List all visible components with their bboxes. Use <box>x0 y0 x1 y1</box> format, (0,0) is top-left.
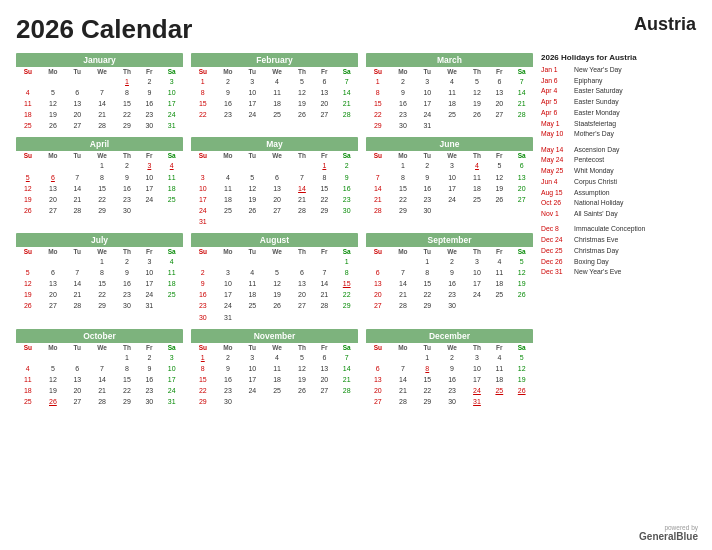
day-cell: 28 <box>510 109 533 120</box>
table-row: 11121314151617 <box>16 374 183 385</box>
day-cell: 16 <box>191 289 215 300</box>
day-cell: 25 <box>438 109 465 120</box>
day-cell <box>438 120 465 131</box>
day-cell: 25 <box>215 205 242 216</box>
day-cell: 21 <box>291 194 314 205</box>
day-cell <box>313 256 335 267</box>
day-cell: 10 <box>138 172 160 183</box>
table-row: 9101112131415 <box>191 278 358 289</box>
day-cell <box>66 352 88 363</box>
day-cell: 6 <box>313 76 335 87</box>
day-cell: 24 <box>160 109 183 120</box>
day-cell: 21 <box>510 98 533 109</box>
day-cell <box>313 312 335 323</box>
month-block-august: AugustSuMoTuWeThFrSa12345678910111213141… <box>191 233 358 323</box>
day-cell: 11 <box>263 363 290 374</box>
day-cell: 8 <box>116 87 139 98</box>
table-row: 1234 <box>16 256 183 267</box>
holiday-date: Oct 26 <box>541 198 571 208</box>
day-cell: 20 <box>40 289 67 300</box>
holiday-date: May 10 <box>541 129 571 139</box>
day-cell: 22 <box>366 109 390 120</box>
table-row: 24252627282930 <box>191 205 358 216</box>
day-cell: 16 <box>116 278 139 289</box>
day-cell: 10 <box>138 267 160 278</box>
day-cell: 12 <box>488 172 510 183</box>
day-cell: 13 <box>510 172 533 183</box>
day-cell: 21 <box>66 194 88 205</box>
day-cell: 18 <box>466 183 489 194</box>
table-row: 19202122232425 <box>16 289 183 300</box>
day-cell: 21 <box>313 289 335 300</box>
holidays-list: Jan 1New Year's DayJan 6EpiphanyApr 4Eas… <box>541 65 696 277</box>
day-cell: 22 <box>191 385 215 396</box>
month-header-july: July <box>16 233 183 247</box>
day-cell: 9 <box>390 87 417 98</box>
day-cell: 11 <box>160 267 183 278</box>
table-row: 45678910 <box>16 363 183 374</box>
holiday-item: Dec 8Immaculate Conception <box>541 224 696 234</box>
day-cell: 17 <box>138 278 160 289</box>
day-cell: 15 <box>366 98 390 109</box>
day-cell: 5 <box>510 256 533 267</box>
day-cell <box>488 300 510 311</box>
holiday-item: Dec 24Christmas Eve <box>541 235 696 245</box>
holidays-title: 2026 Holidays for Austria <box>541 53 696 62</box>
month-header-april: April <box>16 137 183 151</box>
day-cell: 22 <box>191 109 215 120</box>
table-row: 17181920212223 <box>191 194 358 205</box>
day-cell: 6 <box>66 87 88 98</box>
day-cell: 11 <box>263 87 290 98</box>
day-cell: 29 <box>88 300 115 311</box>
day-cell: 5 <box>466 76 489 87</box>
day-cell: 13 <box>313 363 335 374</box>
day-cell: 28 <box>335 109 358 120</box>
day-cell: 7 <box>335 76 358 87</box>
holidays-section: 2026 Holidays for Austria Jan 1New Year'… <box>541 53 696 407</box>
day-cell: 21 <box>335 98 358 109</box>
day-cell: 29 <box>116 120 139 131</box>
day-cell: 20 <box>313 374 335 385</box>
day-cell: 27 <box>66 120 88 131</box>
day-cell: 10 <box>160 363 183 374</box>
day-cell <box>291 216 314 227</box>
day-cell: 9 <box>116 267 139 278</box>
day-cell: 19 <box>466 98 489 109</box>
day-cell: 11 <box>438 87 465 98</box>
day-cell: 17 <box>466 278 489 289</box>
day-cell: 19 <box>263 289 290 300</box>
day-cell: 13 <box>488 87 510 98</box>
day-cell: 16 <box>215 98 242 109</box>
holiday-date: May 14 <box>541 145 571 155</box>
table-row: 891011121314 <box>191 363 358 374</box>
day-cell: 22 <box>116 109 139 120</box>
day-cell: 12 <box>510 363 533 374</box>
day-cell: 28 <box>291 205 314 216</box>
table-row: 12131415161718 <box>16 278 183 289</box>
day-cell: 17 <box>438 183 465 194</box>
holiday-name: Assumption <box>574 188 610 198</box>
day-cell: 19 <box>16 194 40 205</box>
month-header-august: August <box>191 233 358 247</box>
day-cell: 21 <box>390 289 417 300</box>
day-cell: 9 <box>438 363 465 374</box>
day-cell: 5 <box>510 352 533 363</box>
month-block-november: NovemberSuMoTuWeThFrSa123456789101112131… <box>191 329 358 407</box>
day-cell: 13 <box>263 183 290 194</box>
day-cell: 4 <box>16 363 40 374</box>
table-row: 123 <box>16 352 183 363</box>
day-cell: 3 <box>466 256 489 267</box>
holiday-item: May 10Mother's Day <box>541 129 696 139</box>
day-cell: 21 <box>335 374 358 385</box>
day-cell: 11 <box>241 278 263 289</box>
day-cell: 9 <box>191 278 215 289</box>
day-cell: 21 <box>366 194 390 205</box>
day-cell: 22 <box>390 194 417 205</box>
day-cell: 24 <box>416 109 438 120</box>
day-cell: 27 <box>366 396 390 407</box>
table-row: 1234 <box>16 160 183 171</box>
day-cell: 7 <box>88 363 115 374</box>
day-cell: 3 <box>191 172 215 183</box>
day-cell: 25 <box>241 300 263 311</box>
day-cell: 29 <box>335 300 358 311</box>
